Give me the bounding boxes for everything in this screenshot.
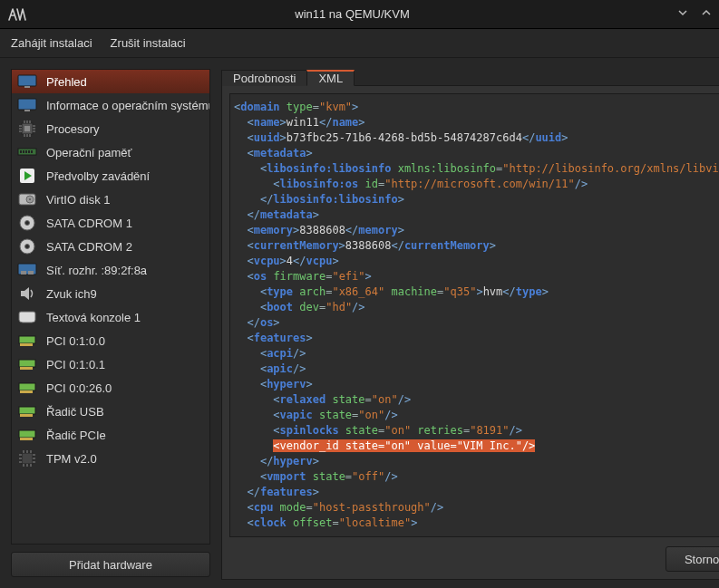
svg-rect-0 — [18, 75, 36, 86]
sidebar-item-label: PCI 0:1:0.1 — [46, 358, 105, 371]
chip-icon — [17, 450, 37, 467]
pci-icon — [17, 403, 37, 419]
sidebar-item-label: Operační paměť — [46, 146, 131, 159]
sidebar-item-boot[interactable]: Předvolby zavádění — [12, 164, 209, 188]
cpu-icon — [17, 120, 37, 137]
xml-panel: <domain type="kvm"> <name>win11</name> <… — [221, 85, 719, 580]
svg-rect-42 — [20, 414, 33, 417]
svg-rect-39 — [19, 383, 35, 390]
sidebar-item-cpus[interactable]: Procesory — [12, 117, 209, 140]
sidebar-item-memory[interactable]: Operační paměť — [12, 140, 209, 164]
monitor-icon — [17, 97, 37, 113]
svg-rect-2 — [18, 99, 36, 110]
titlebar: win11 na QEMU/KVM — [0, 0, 719, 29]
svg-point-31 — [25, 245, 30, 249]
menu-begin-install[interactable]: Zahájit instalaci — [11, 36, 92, 50]
tab-details[interactable]: Podrobnosti — [221, 70, 307, 86]
svg-rect-19 — [20, 150, 22, 153]
sidebar-item-label: SATA CDROM 1 — [46, 217, 132, 230]
sidebar-item-tpm[interactable]: TPM v2.0 — [12, 447, 209, 470]
add-hardware-button[interactable]: Přidat hardware — [11, 552, 210, 577]
sidebar-item-label: PCI 0:0:26.0 — [46, 381, 112, 395]
svg-rect-21 — [25, 150, 27, 153]
menu-cancel-install[interactable]: Zrušit instalaci — [111, 36, 186, 50]
sidebar-item-label: Zvuk ich9 — [46, 287, 97, 301]
sidebar-item-label: Textová konzole 1 — [46, 311, 141, 324]
svg-rect-1 — [24, 86, 30, 88]
sidebar-item-disk1[interactable]: VirtIO disk 1 — [12, 188, 209, 211]
svg-point-27 — [29, 198, 31, 200]
svg-rect-3 — [24, 110, 30, 111]
svg-rect-23 — [31, 150, 33, 153]
sidebar-item-pci1[interactable]: PCI 0:1:0.1 — [12, 352, 209, 376]
sidebar-item-cdrom2[interactable]: SATA CDROM 2 — [12, 235, 209, 258]
sidebar-item-label: Síť. rozhr. :89:2f:8a — [46, 264, 147, 277]
pci-icon — [17, 333, 37, 349]
pci-icon — [17, 427, 37, 443]
sound-icon — [17, 285, 37, 302]
sidebar-item-label: SATA CDROM 2 — [46, 240, 132, 254]
xml-editor[interactable]: <domain type="kvm"> <name>win11</name> <… — [229, 93, 719, 537]
sidebar-item-overview[interactable]: Přehled — [12, 70, 209, 93]
cd-icon — [17, 215, 37, 231]
svg-rect-33 — [21, 271, 26, 275]
svg-rect-35 — [19, 336, 35, 343]
monitor-icon — [17, 73, 37, 90]
sidebar-item-pci2[interactable]: PCI 0:0:26.0 — [12, 376, 209, 400]
svg-rect-45 — [22, 453, 33, 464]
ram-icon — [17, 144, 37, 160]
pci-icon — [17, 380, 37, 396]
sidebar-item-pcie[interactable]: Řadič PCIe — [12, 423, 209, 447]
svg-rect-38 — [20, 367, 33, 370]
svg-rect-5 — [24, 126, 30, 131]
sidebar-item-sound[interactable]: Zvuk ich9 — [12, 282, 209, 305]
svg-rect-44 — [20, 438, 33, 440]
sidebar-item-nic[interactable]: Síť. rozhr. :89:2f:8a — [12, 258, 209, 282]
sidebar-item-label: VirtIO disk 1 — [46, 193, 111, 207]
disk-icon — [17, 191, 37, 207]
svg-rect-36 — [20, 343, 33, 346]
nic-icon — [17, 262, 37, 278]
tabbar: Podrobnosti XML — [221, 70, 719, 86]
tab-xml[interactable]: XML — [306, 70, 355, 86]
sidebar-item-label: Informace o operačním systému — [46, 99, 210, 112]
menubar: Zahájit instalaci Zrušit instalaci — [0, 29, 719, 58]
svg-rect-37 — [19, 360, 35, 367]
sidebar-item-usb[interactable]: Řadič USB — [12, 400, 209, 423]
sidebar-item-label: Řadič USB — [46, 405, 104, 419]
console-icon — [17, 309, 37, 325]
app-logo-icon — [7, 5, 27, 24]
sidebar-item-pci0[interactable]: PCI 0:1:0.0 — [12, 329, 209, 352]
sidebar-item-label: Řadič PCIe — [46, 429, 106, 442]
sidebar-item-label: Přehled — [46, 75, 87, 89]
svg-rect-20 — [23, 150, 24, 153]
svg-rect-34 — [28, 271, 34, 275]
sidebar-item-label: PCI 0:1:0.0 — [46, 334, 105, 348]
svg-rect-40 — [20, 390, 33, 393]
svg-rect-22 — [28, 150, 30, 153]
maximize-button[interactable] — [701, 7, 712, 21]
cd-icon — [17, 238, 37, 255]
svg-rect-41 — [19, 407, 35, 414]
sidebar-item-cdrom1[interactable]: SATA CDROM 1 — [12, 211, 209, 235]
sidebar-item-label: TPM v2.0 — [46, 452, 97, 466]
sidebar-item-osinfo[interactable]: Informace o operačním systému — [12, 93, 209, 117]
play-icon — [17, 168, 37, 184]
svg-rect-43 — [19, 430, 35, 438]
minimize-button[interactable] — [677, 7, 688, 21]
sidebar-item-label: Předvolby zavádění — [46, 169, 150, 183]
hardware-sidebar: PřehledInformace o operačním systémuProc… — [11, 69, 210, 545]
cancel-button[interactable]: Storno — [666, 546, 719, 572]
svg-point-29 — [25, 221, 30, 226]
sidebar-item-label: Procesory — [46, 122, 100, 136]
window-title: win11 na QEMU/KVM — [27, 7, 677, 21]
sidebar-item-console[interactable]: Textová konzole 1 — [12, 305, 209, 329]
pci-icon — [17, 356, 37, 372]
